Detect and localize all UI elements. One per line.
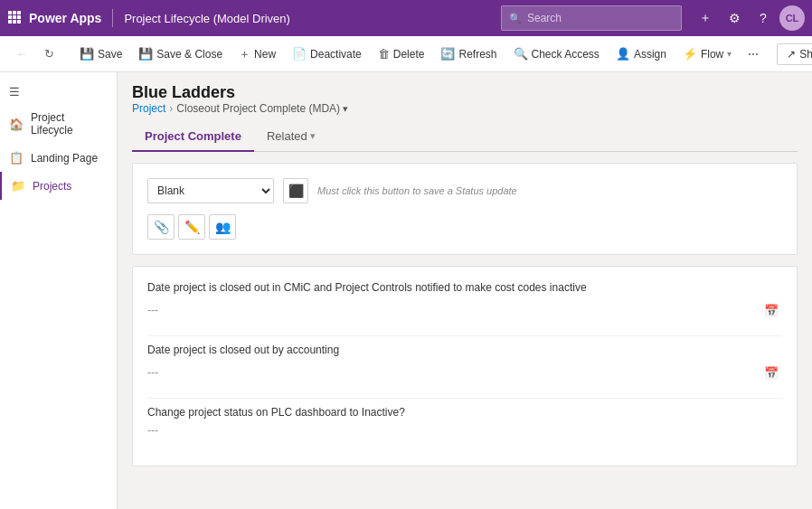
command-bar: ← ↻ 💾 Save 💾 Save & Close ＋ New 📄 Deacti…: [0, 36, 812, 72]
status-save-button[interactable]: ⬛: [283, 178, 308, 203]
breadcrumb-current-label: Closeout Project Complete (MDA): [176, 102, 340, 115]
sidebar-toggle[interactable]: ☰: [0, 80, 117, 104]
save-icon: 💾: [80, 47, 94, 61]
app-body: ☰ 🏠 Project Lifecycle 📋 Landing Page 📁 P…: [0, 72, 812, 509]
field-plc-label: Change project status on PLC dashboard t…: [147, 406, 782, 419]
tab-related[interactable]: Related ▾: [254, 122, 328, 152]
svg-rect-3: [8, 15, 12, 19]
action-icons-row: 📎 ✏️ 👥: [147, 214, 782, 240]
sidebar: ☰ 🏠 Project Lifecycle 📋 Landing Page 📁 P…: [0, 72, 118, 509]
flow-chevron-icon: ▾: [727, 49, 732, 59]
save-button[interactable]: 💾 Save: [72, 43, 129, 64]
projects-icon: 📁: [11, 179, 25, 193]
field-accounting-value-row: --- 📅: [147, 362, 782, 383]
landing-page-icon: 📋: [9, 151, 24, 165]
attach-icon: 📎: [154, 220, 169, 234]
top-nav-actions: ＋ ⚙ ? CL: [693, 5, 805, 31]
svg-rect-6: [8, 20, 12, 24]
more-button[interactable]: ⋯: [741, 44, 766, 64]
nav-divider: [112, 9, 113, 27]
search-icon: 🔍: [509, 13, 522, 24]
assign-icon: 👤: [616, 47, 630, 61]
related-chevron-icon: ▾: [310, 130, 316, 142]
grid-icon[interactable]: [7, 10, 22, 27]
search-placeholder: Search: [527, 12, 562, 24]
svg-rect-0: [8, 11, 12, 14]
status-save-icon: ⬛: [288, 184, 304, 198]
tab-project-complete[interactable]: Project Complete: [132, 122, 254, 152]
sidebar-item-projects[interactable]: 📁 Projects: [0, 172, 117, 200]
check-access-button[interactable]: 🔍 Check Access: [506, 43, 607, 64]
page-title: Project Lifecycle (Model Driven): [124, 12, 290, 25]
deactivate-button[interactable]: 📄 Deactivate: [285, 43, 369, 64]
help-button[interactable]: ?: [751, 5, 776, 31]
field-plc-status: Change project status on PLC dashboard t…: [147, 406, 782, 437]
back-button[interactable]: ←: [9, 42, 34, 67]
field-separator-1: [147, 335, 782, 336]
cmic-calendar-button[interactable]: 📅: [760, 299, 782, 321]
field-accounting-closed: Date project is closed out by accounting…: [147, 344, 782, 383]
delete-icon: 🗑: [378, 47, 390, 61]
refresh-button[interactable]: 🔄 Refresh: [433, 43, 504, 64]
field-cmic-value-row: --- 📅: [147, 299, 782, 321]
share-icon: ↗: [787, 48, 796, 61]
add-button[interactable]: ＋: [693, 5, 718, 31]
main-content: Blue Ladders Project › Closeout Project …: [118, 72, 812, 509]
field-accounting-value: ---: [147, 366, 753, 379]
breadcrumb-separator: ›: [169, 102, 173, 115]
search-bar[interactable]: 🔍 Search: [501, 5, 682, 31]
breadcrumb-current[interactable]: Closeout Project Complete (MDA) ▾: [176, 102, 348, 115]
svg-rect-8: [17, 20, 21, 24]
people-icon: 👥: [215, 220, 231, 234]
field-plc-value: ---: [147, 424, 782, 437]
status-select[interactable]: Blank Active Inactive: [147, 178, 274, 203]
edit-button[interactable]: ✏️: [178, 214, 205, 240]
assign-button[interactable]: 👤 Assign: [609, 43, 674, 64]
app-name: Power Apps: [29, 11, 101, 25]
sidebar-item-project-lifecycle[interactable]: 🏠 Project Lifecycle: [0, 104, 117, 144]
status-hint: Must click this button to save a Status …: [317, 185, 517, 196]
nav-arrows: ← ↻: [9, 42, 61, 67]
share-button[interactable]: ↗ Share ▾: [777, 43, 812, 65]
refresh-history-button[interactable]: ↻: [36, 42, 61, 67]
deactivate-icon: 📄: [292, 47, 307, 61]
save-close-button[interactable]: 💾 Save & Close: [131, 43, 230, 64]
breadcrumb-dropdown-icon: ▾: [343, 103, 348, 115]
date-fields-section: Date project is closed out in CMiC and P…: [132, 266, 798, 467]
edit-icon: ✏️: [184, 220, 200, 234]
new-icon: ＋: [239, 46, 250, 62]
svg-rect-7: [13, 20, 16, 24]
accounting-calendar-button[interactable]: 📅: [760, 362, 782, 383]
attach-button[interactable]: 📎: [147, 214, 175, 240]
avatar[interactable]: CL: [779, 5, 805, 31]
svg-rect-4: [13, 15, 16, 19]
save-close-icon: 💾: [138, 47, 153, 61]
new-button[interactable]: ＋ New: [231, 42, 283, 66]
svg-rect-2: [17, 11, 21, 14]
field-separator-2: [147, 398, 782, 399]
field-plc-value-row: ---: [147, 424, 782, 437]
field-cmic-value: ---: [147, 304, 753, 316]
field-accounting-label: Date project is closed out by accounting: [147, 344, 782, 356]
flow-button[interactable]: ⚡ Flow ▾: [675, 43, 739, 64]
people-button[interactable]: 👥: [209, 214, 236, 240]
status-row: Blank Active Inactive ⬛ Must click this …: [147, 178, 782, 203]
check-access-icon: 🔍: [514, 47, 528, 61]
refresh-icon: 🔄: [440, 47, 455, 61]
svg-rect-5: [17, 15, 21, 19]
svg-rect-1: [13, 11, 16, 14]
flow-icon: ⚡: [683, 47, 697, 61]
record-header: Blue Ladders Project › Closeout Project …: [132, 83, 798, 115]
top-nav: Power Apps Project Lifecycle (Model Driv…: [0, 0, 812, 36]
breadcrumb-parent[interactable]: Project: [132, 102, 165, 115]
form-section: Blank Active Inactive ⬛ Must click this …: [132, 163, 798, 255]
field-cmic-closed: Date project is closed out in CMiC and P…: [147, 281, 782, 321]
delete-button[interactable]: 🗑 Delete: [371, 43, 432, 64]
record-title: Blue Ladders: [132, 83, 798, 102]
project-lifecycle-icon: 🏠: [9, 118, 24, 131]
tabs: Project Complete Related ▾: [132, 122, 798, 152]
sidebar-item-landing-page[interactable]: 📋 Landing Page: [0, 144, 117, 172]
field-cmic-label: Date project is closed out in CMiC and P…: [147, 281, 782, 294]
settings-button[interactable]: ⚙: [722, 5, 747, 31]
breadcrumb: Project › Closeout Project Complete (MDA…: [132, 102, 798, 115]
